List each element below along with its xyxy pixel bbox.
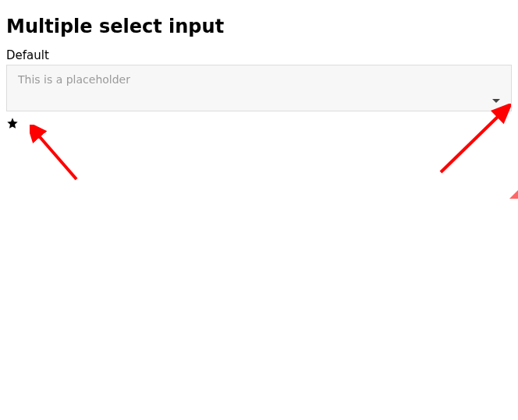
annotation-arrow-icon [509, 183, 518, 199]
svg-line-0 [36, 132, 76, 179]
star-icon [6, 117, 19, 129]
annotation-arrow-icon [433, 104, 511, 178]
multiselect-placeholder: This is a placeholder [18, 73, 130, 86]
field-label: Default [6, 48, 512, 62]
multiselect-input[interactable]: This is a placeholder [6, 65, 512, 111]
caret-down-icon [492, 99, 500, 103]
svg-line-1 [441, 113, 502, 172]
page-title: Multiple select input [6, 16, 512, 37]
annotation-arrow-icon [30, 125, 84, 187]
